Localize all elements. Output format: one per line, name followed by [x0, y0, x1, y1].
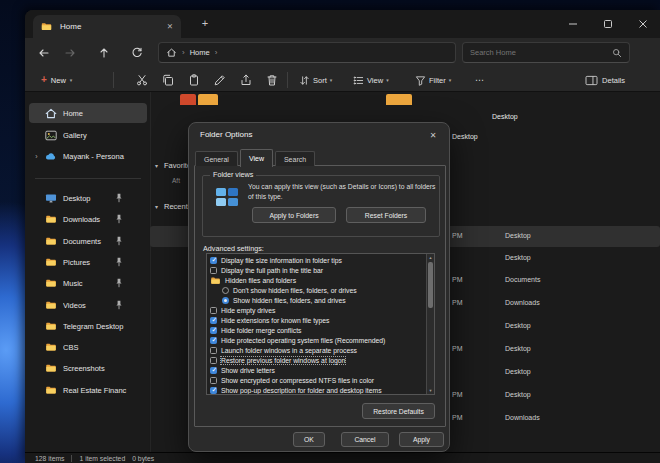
sort-button[interactable]: Sort ▾ — [295, 71, 336, 89]
sidebar-item-label: Real Estate Financ — [63, 386, 143, 395]
setting-row[interactable]: Hide folder merge conflicts — [207, 325, 426, 335]
setting-label: Don't show hidden files, folders, or dri… — [233, 287, 357, 294]
listbox-scrollbar[interactable]: ▲ ▼ — [426, 254, 434, 394]
breadcrumb-chevron-icon: › — [215, 48, 218, 57]
address-bar[interactable]: › Home › — [158, 42, 456, 63]
up-button[interactable] — [95, 44, 113, 62]
copy-button[interactable] — [159, 71, 177, 89]
checkbox-unchecked[interactable] — [210, 357, 217, 364]
folder-icon — [45, 341, 58, 353]
sidebar-item-cbs[interactable]: CBS — [29, 337, 147, 357]
setting-row[interactable]: Hide extensions for known file types — [207, 315, 426, 325]
maximize-button[interactable] — [590, 10, 625, 38]
forward-button[interactable] — [61, 44, 79, 62]
sidebar-item-telegram-desktop[interactable]: Telegram Desktop — [29, 316, 147, 336]
new-button[interactable]: + New ▾ — [35, 71, 78, 89]
checkbox-checked[interactable] — [210, 367, 217, 374]
sidebar-item-home[interactable]: Home — [29, 103, 147, 123]
restore-defaults-button[interactable]: Restore Defaults — [362, 403, 435, 419]
checkbox-checked[interactable] — [210, 387, 217, 394]
apply-button[interactable]: Apply — [399, 432, 444, 447]
view-button[interactable]: View ▾ — [349, 71, 393, 89]
refresh-button[interactable] — [128, 44, 146, 62]
folder-icon — [45, 256, 58, 268]
sidebar-item-documents[interactable]: Documents — [29, 231, 147, 251]
file-explorer-window: Home ✕ + — [25, 10, 660, 463]
sidebar-item-label: Downloads — [63, 215, 143, 224]
setting-label: Display file size information in folder … — [221, 257, 342, 264]
search-box[interactable] — [462, 42, 630, 63]
sidebar-item-pictures[interactable]: Pictures — [29, 252, 147, 272]
chevron-down-icon: ▾ — [155, 203, 158, 210]
section-header-recent[interactable]: ▾ Recent — [155, 202, 188, 211]
tab-view[interactable]: View — [240, 149, 273, 167]
radio-unselected[interactable] — [222, 287, 229, 294]
setting-row[interactable]: Don't show hidden files, folders, or dri… — [207, 285, 426, 295]
setting-row[interactable]: Launch folder windows in a separate proc… — [207, 345, 426, 355]
search-icon — [612, 48, 622, 58]
setting-row[interactable]: Show pop-up description for folder and d… — [207, 385, 426, 395]
setting-row[interactable]: Display the full path in the title bar — [207, 265, 426, 275]
sidebar-item-downloads[interactable]: Downloads — [29, 209, 147, 229]
checkbox-unchecked[interactable] — [210, 347, 217, 354]
search-input[interactable] — [470, 48, 607, 57]
sidebar-item-gallery[interactable]: Gallery — [29, 125, 147, 145]
minimize-button[interactable] — [555, 10, 590, 38]
checkbox-checked[interactable] — [210, 327, 217, 334]
setting-row[interactable]: Show encrypted or compressed NTFS files … — [207, 375, 426, 385]
sidebar-item-screenshots[interactable]: Screenshots — [29, 358, 147, 378]
details-pane-button[interactable]: Details — [580, 71, 630, 89]
more-options-button[interactable]: ⋯ — [471, 71, 489, 89]
sidebar-item-desktop[interactable]: Desktop — [29, 188, 147, 208]
setting-row[interactable]: Restore previous folder windows at logon — [207, 355, 426, 365]
cut-button[interactable] — [133, 71, 151, 89]
scroll-down-icon[interactable]: ▼ — [427, 387, 434, 394]
share-button[interactable] — [237, 71, 255, 89]
setting-row[interactable]: Show drive letters — [207, 365, 426, 375]
setting-row[interactable]: Hide empty drives — [207, 305, 426, 315]
delete-button[interactable] — [263, 71, 281, 89]
tab-general[interactable]: General — [195, 151, 238, 166]
paste-button[interactable] — [185, 71, 203, 89]
setting-row[interactable]: Hide protected operating system files (R… — [207, 335, 426, 345]
sidebar-item-music[interactable]: Music — [29, 273, 147, 293]
setting-row[interactable]: Show hidden files, folders, and drives — [207, 295, 426, 305]
checkbox-checked[interactable] — [210, 337, 217, 344]
titlebar: Home ✕ + — [25, 10, 660, 38]
sidebar-item-videos[interactable]: Videos — [29, 295, 147, 315]
reset-folders-button[interactable]: Reset Folders — [346, 207, 426, 223]
checkbox-checked[interactable] — [210, 317, 217, 324]
checkbox-checked[interactable] — [210, 257, 217, 264]
setting-row[interactable]: Hidden files and folders — [207, 275, 426, 285]
rename-button[interactable] — [211, 71, 229, 89]
sidebar-item-mayank-persona[interactable]: ›Mayank - Persona — [29, 146, 147, 166]
setting-row[interactable]: Display file size information in folder … — [207, 255, 426, 265]
close-button[interactable] — [625, 10, 660, 38]
apply-to-folders-button[interactable]: Apply to Folders — [252, 207, 336, 223]
sidebar-separator — [35, 178, 141, 179]
sidebar-item-real-estate-financ[interactable]: Real Estate Financ — [29, 380, 147, 400]
back-button[interactable] — [35, 44, 53, 62]
checkbox-unchecked[interactable] — [210, 267, 217, 274]
scrollbar-thumb[interactable] — [428, 262, 433, 308]
checkbox-unchecked[interactable] — [210, 377, 217, 384]
checkbox-unchecked[interactable] — [210, 307, 217, 314]
radio-selected[interactable] — [222, 297, 229, 304]
scroll-up-icon[interactable]: ▲ — [427, 254, 434, 261]
explorer-tab[interactable]: Home ✕ — [33, 15, 181, 38]
dialog-close-icon[interactable]: ✕ — [426, 129, 440, 143]
advanced-settings-label: Advanced settings: — [203, 244, 264, 253]
tab-search[interactable]: Search — [275, 151, 315, 166]
tab-close-icon[interactable]: ✕ — [167, 22, 173, 31]
setting-label: Show hidden files, folders, and drives — [233, 297, 346, 304]
advanced-settings-list: Display file size information in folder … — [206, 253, 435, 395]
new-tab-button[interactable]: + — [197, 16, 213, 32]
folder-icon — [210, 276, 221, 285]
ok-button[interactable]: OK — [293, 432, 325, 447]
dialog-title: Folder Options — [200, 130, 252, 139]
filter-button[interactable]: Filter ▾ — [411, 71, 455, 89]
cancel-button[interactable]: Cancel — [341, 432, 389, 447]
breadcrumb-home[interactable]: Home — [190, 48, 210, 57]
navigation-bar: › Home › — [25, 38, 660, 68]
chevron-down-icon: ▾ — [155, 162, 158, 169]
